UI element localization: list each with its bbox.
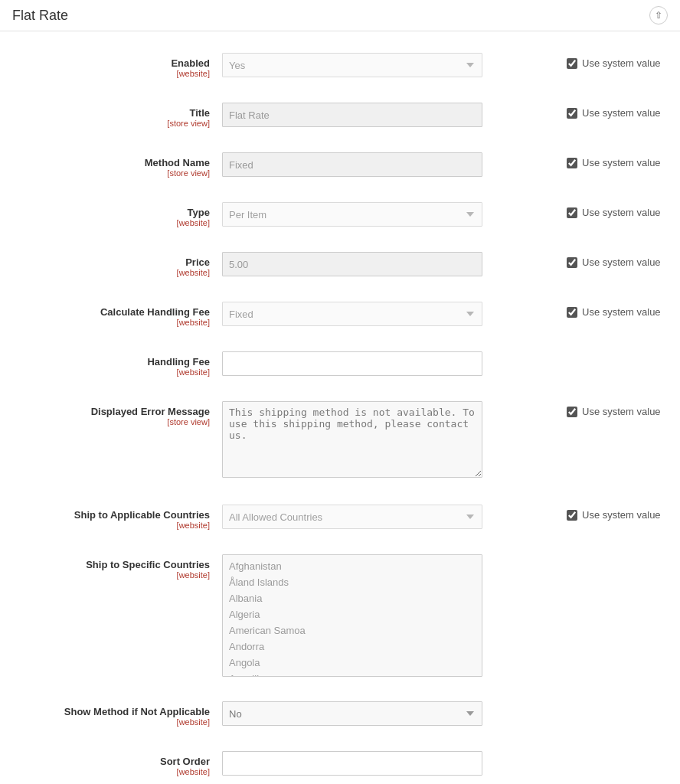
scope-sort-order: [website] xyxy=(0,767,210,776)
checkbox-error-message[interactable] xyxy=(567,407,577,417)
label-method-name: Method Name xyxy=(0,157,210,168)
select-type[interactable]: Per Item xyxy=(222,202,482,227)
scope-title: [store view] xyxy=(0,119,210,128)
checkbox-applicable-countries[interactable] xyxy=(567,510,577,521)
use-system-type[interactable]: Use system value xyxy=(567,207,661,218)
use-system-label-error-message: Use system value xyxy=(582,406,661,417)
scope-price: [website] xyxy=(0,268,210,277)
scope-enabled: [website] xyxy=(0,69,210,78)
use-system-method-name[interactable]: Use system value xyxy=(567,157,661,168)
page-header: Flat Rate ⇧ xyxy=(0,0,680,31)
label-title: Title xyxy=(0,107,210,119)
use-system-enabled[interactable]: Use system value xyxy=(567,57,661,69)
label-show-method: Show Method if Not Applicable xyxy=(0,706,210,717)
scope-error-message: [store view] xyxy=(0,417,210,426)
use-system-label-price: Use system value xyxy=(582,256,661,268)
field-specific-countries: Ship to Specific Countries [website] Afg… xyxy=(0,548,680,683)
label-handling-fee: Handling Fee xyxy=(0,356,210,368)
textarea-error-message[interactable]: This shipping method is not available. T… xyxy=(222,401,482,478)
scope-applicable-countries: [website] xyxy=(0,521,210,530)
label-specific-countries: Ship to Specific Countries xyxy=(0,559,210,570)
use-system-label-enabled: Use system value xyxy=(582,57,661,69)
field-method-name: Method Name [store view] Use system valu… xyxy=(0,146,680,184)
scope-method-name: [store view] xyxy=(0,168,210,178)
scope-type: [website] xyxy=(0,218,210,227)
scope-show-method: [website] xyxy=(0,717,210,727)
use-system-label-type: Use system value xyxy=(582,207,661,218)
list-item[interactable]: Angola xyxy=(223,655,482,671)
collapse-button[interactable]: ⇧ xyxy=(649,6,668,24)
label-handling-fee-calc: Calculate Handling Fee xyxy=(0,306,210,318)
input-method-name[interactable] xyxy=(222,152,482,177)
input-price[interactable] xyxy=(222,252,482,276)
field-enabled: Enabled [website] Yes Use system value xyxy=(0,47,680,84)
checkbox-title[interactable] xyxy=(567,108,577,119)
label-sort-order: Sort Order xyxy=(0,756,210,767)
scope-handling-fee: [website] xyxy=(0,368,210,377)
scope-specific-countries: [website] xyxy=(0,570,210,580)
field-handling-fee-calc: Calculate Handling Fee [website] Fixed U… xyxy=(0,296,680,333)
page-title: Flat Rate xyxy=(12,8,68,24)
checkbox-handling-fee-calc[interactable] xyxy=(567,307,577,318)
checkbox-enabled[interactable] xyxy=(567,58,577,69)
field-handling-fee: Handling Fee [website] xyxy=(0,345,680,383)
select-show-method[interactable]: No Yes xyxy=(222,701,482,726)
use-system-label-handling-fee-calc: Use system value xyxy=(582,306,661,318)
label-price: Price xyxy=(0,256,210,268)
field-title: Title [store view] Use system value xyxy=(0,96,680,134)
label-applicable-countries: Ship to Applicable Countries xyxy=(0,509,210,521)
field-show-method: Show Method if Not Applicable [website] … xyxy=(0,695,680,733)
list-item[interactable]: Albania xyxy=(223,590,482,606)
form-container: Enabled [website] Yes Use system value T… xyxy=(0,31,680,784)
select-handling-fee-calc[interactable]: Fixed xyxy=(222,302,482,326)
use-system-price[interactable]: Use system value xyxy=(567,256,661,268)
checkbox-price[interactable] xyxy=(567,257,577,268)
input-title[interactable] xyxy=(222,103,482,127)
label-enabled: Enabled xyxy=(0,57,210,69)
label-type: Type xyxy=(0,207,210,218)
input-sort-order[interactable] xyxy=(222,751,482,776)
list-item[interactable]: Afghanistan xyxy=(223,558,482,574)
use-system-title[interactable]: Use system value xyxy=(567,107,661,119)
field-applicable-countries: Ship to Applicable Countries [website] A… xyxy=(0,498,680,536)
select-enabled[interactable]: Yes xyxy=(222,53,482,77)
list-item[interactable]: Anguilla xyxy=(223,671,482,677)
checkbox-method-name[interactable] xyxy=(567,158,577,168)
field-type: Type [website] Per Item Use system value xyxy=(0,196,680,234)
use-system-label-title: Use system value xyxy=(582,107,661,119)
use-system-label-method-name: Use system value xyxy=(582,157,661,168)
list-item[interactable]: American Samoa xyxy=(223,622,482,639)
label-error-message: Displayed Error Message xyxy=(0,406,210,417)
page-wrapper: Flat Rate ⇧ Enabled [website] Yes Use sy… xyxy=(0,0,680,784)
field-price: Price [website] Use system value xyxy=(0,246,680,283)
checkbox-type[interactable] xyxy=(567,207,577,218)
listbox-specific-countries[interactable]: Afghanistan Åland Islands Albania Algeri… xyxy=(222,554,482,677)
scope-handling-fee-calc: [website] xyxy=(0,318,210,327)
list-item[interactable]: Åland Islands xyxy=(223,574,482,590)
field-error-message: Displayed Error Message [store view] Thi… xyxy=(0,395,680,486)
use-system-label-applicable-countries: Use system value xyxy=(582,509,661,521)
select-applicable-countries[interactable]: All Allowed Countries xyxy=(222,505,482,529)
use-system-error-message[interactable]: Use system value xyxy=(567,406,661,417)
field-sort-order: Sort Order [website] xyxy=(0,745,680,782)
use-system-handling-fee-calc[interactable]: Use system value xyxy=(567,306,661,318)
list-item[interactable]: Andorra xyxy=(223,639,482,655)
use-system-applicable-countries[interactable]: Use system value xyxy=(567,509,661,521)
input-handling-fee[interactable] xyxy=(222,351,482,376)
list-item[interactable]: Algeria xyxy=(223,606,482,622)
